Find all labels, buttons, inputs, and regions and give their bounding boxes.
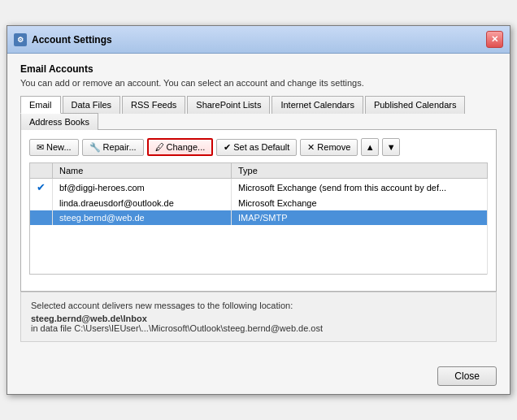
row-check [30,196,53,210]
change-icon: 🖊 [155,142,164,152]
tab-email[interactable]: Email [20,96,61,114]
dialog-icon: ⚙ [14,33,27,46]
set-default-icon: ✔ [224,142,231,153]
tab-data-files[interactable]: Data Files [63,96,121,114]
move-up-button[interactable]: ▲ [361,138,379,156]
accounts-table: Name Type ✔bf@diggi-heroes.comMicrosoft … [29,162,488,275]
row-type: Microsoft Exchange (send from this accou… [232,179,488,197]
down-arrow-icon: ▼ [387,142,396,152]
change-button[interactable]: 🖊 Change... [147,138,214,156]
col-type-header: Type [232,163,488,179]
section-title: Email Accounts [20,63,497,75]
tab-address-books[interactable]: Address Books [20,113,98,130]
remove-label: Remove [317,142,350,152]
row-check: ✔ [30,179,53,197]
footer-info: Selected account delivers new messages t… [20,292,497,342]
row-check [30,210,53,225]
table-row[interactable]: linda.draeusdorf@outlook.deMicrosoft Exc… [30,196,488,210]
checkmark-icon: ✔ [37,181,46,193]
new-label: New... [46,142,72,152]
empty-row [30,225,488,274]
footer-location-path: steeg.bernd@web.de\Inbox [31,314,486,323]
toolbar: ✉ New... 🔧 Repair... 🖊 Change... ✔ Set a… [29,138,488,156]
tab-content: ✉ New... 🔧 Repair... 🖊 Change... ✔ Set a… [20,130,497,292]
titlebar: ⚙ Account Settings ✕ [7,26,510,54]
dialog-body: Email Accounts You can add or remove an … [7,54,510,360]
dialog-title: Account Settings [32,34,112,45]
repair-label: Repair... [103,142,137,152]
set-default-label: Set as Default [233,142,289,152]
row-name: steeg.bernd@web.de [53,210,232,225]
tab-published-calendars[interactable]: Published Calendars [365,96,466,114]
row-type: Microsoft Exchange [232,196,488,210]
dialog-footer: Close [7,360,510,394]
tab-sharepoint-lists[interactable]: SharePoint Lists [187,96,270,114]
remove-icon: ✕ [307,142,315,153]
change-label: Change... [167,142,206,152]
move-down-button[interactable]: ▼ [382,138,400,156]
row-name: linda.draeusdorf@outlook.de [53,196,232,210]
remove-button[interactable]: ✕ Remove [300,139,358,156]
titlebar-left: ⚙ Account Settings [14,33,112,46]
col-check [30,163,53,179]
tabs-bar: Email Data Files RSS Feeds SharePoint Li… [20,96,497,130]
up-arrow-icon: ▲ [366,142,375,152]
section-desc: You can add or remove an account. You ca… [20,78,497,88]
footer-location-file: in data file C:\Users\IEUser\...\Microso… [31,323,486,333]
table-row[interactable]: steeg.bernd@web.deIMAP/SMTP [30,210,488,225]
col-name-header: Name [53,163,232,179]
new-icon: ✉ [37,142,44,153]
close-button[interactable]: Close [437,366,497,386]
repair-button[interactable]: 🔧 Repair... [82,139,144,156]
new-button[interactable]: ✉ New... [29,139,79,156]
table-row[interactable]: ✔bf@diggi-heroes.comMicrosoft Exchange (… [30,179,488,197]
titlebar-close-button[interactable]: ✕ [486,31,503,48]
footer-info-label: Selected account delivers new messages t… [31,301,486,310]
repair-icon: 🔧 [89,142,101,153]
set-default-button[interactable]: ✔ Set as Default [216,139,297,156]
row-name: bf@diggi-heroes.com [53,179,232,197]
tab-rss-feeds[interactable]: RSS Feeds [122,96,185,114]
account-settings-dialog: ⚙ Account Settings ✕ Email Accounts You … [7,25,510,395]
tab-internet-calendars[interactable]: Internet Calendars [272,96,363,114]
row-type: IMAP/SMTP [232,210,488,225]
